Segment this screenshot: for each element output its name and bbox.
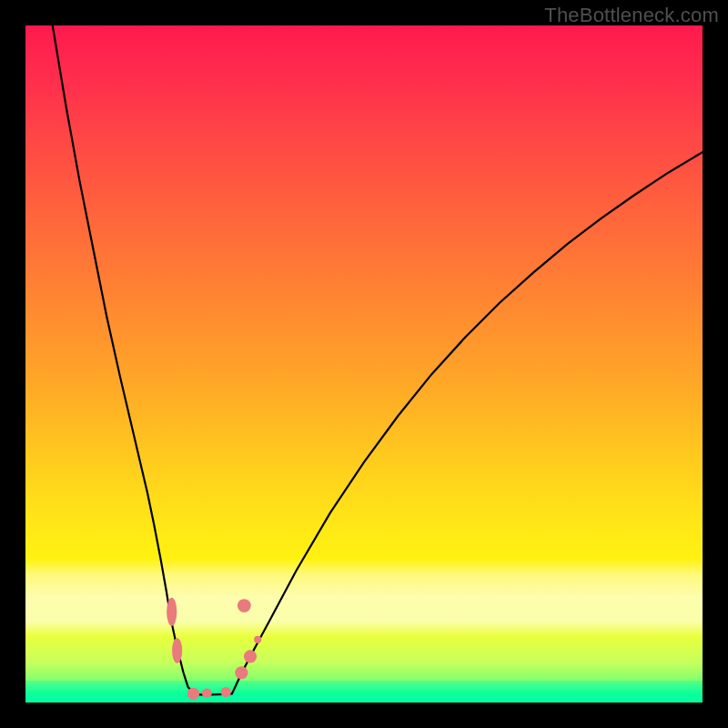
curve-marker	[187, 688, 199, 700]
curve-marker	[244, 650, 257, 662]
plot-area	[25, 25, 703, 703]
curve-marker	[254, 636, 261, 643]
bottleneck-curve	[53, 25, 703, 694]
watermark-text: TheBottleneck.com	[544, 4, 719, 27]
curve-marker	[167, 598, 177, 626]
curve-svg	[25, 25, 703, 703]
markers-group	[167, 598, 261, 700]
curve-marker	[238, 599, 251, 612]
chart-frame: TheBottleneck.com	[0, 0, 728, 728]
curve-marker	[172, 638, 182, 663]
curve-marker	[235, 666, 248, 679]
curve-marker	[221, 687, 231, 697]
curve-marker	[202, 688, 212, 697]
